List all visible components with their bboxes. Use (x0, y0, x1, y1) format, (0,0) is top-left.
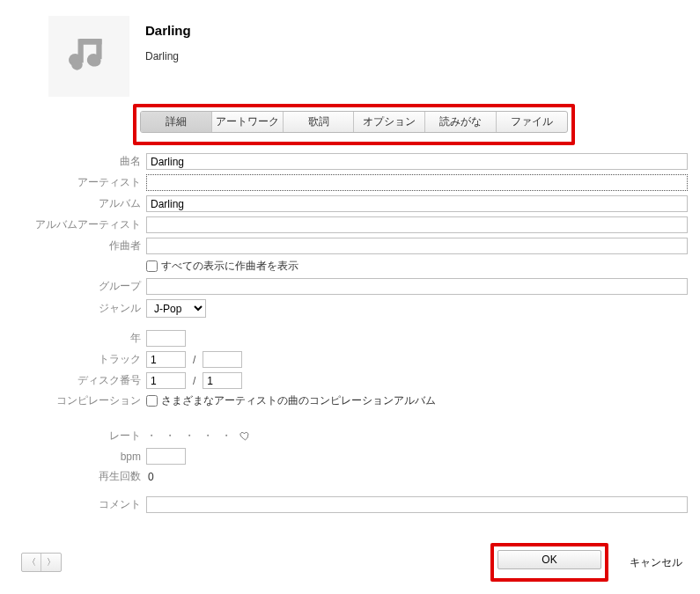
tabs-highlight-box: 詳細 アートワーク 歌詞 オプション 読みがな ファイル (133, 104, 575, 145)
label-compilation: コンピレーション (0, 393, 146, 408)
genre-select[interactable]: J-Pop (146, 299, 206, 318)
rating-dots[interactable]: ・ ・ ・ ・ ・ (146, 429, 234, 444)
label-track: トラック (0, 352, 146, 367)
disc-number-input[interactable] (146, 372, 186, 389)
heart-icon[interactable] (239, 430, 251, 442)
show-composer-label: すべての表示に作曲者を表示 (161, 259, 298, 274)
comment-input[interactable] (146, 496, 688, 513)
artist-input[interactable] (146, 174, 688, 191)
label-album-artist: アルバムアーティスト (0, 217, 146, 232)
label-plays: 再生回数 (0, 469, 146, 484)
compilation-text: さまざまなアーティストの曲のコンピレーションアルバム (161, 393, 436, 408)
tab-sorting[interactable]: 読みがな (425, 112, 497, 132)
label-bpm: bpm (0, 451, 146, 463)
bpm-input[interactable] (146, 448, 186, 465)
group-input[interactable] (146, 278, 688, 295)
prev-button[interactable]: 〈 (22, 554, 41, 571)
svg-rect-4 (80, 39, 102, 44)
label-comment: コメント (0, 497, 146, 512)
tab-lyrics[interactable]: 歌詞 (284, 112, 355, 132)
disc-separator: / (189, 375, 199, 387)
chevron-right-icon: 〉 (47, 556, 55, 568)
ok-highlight-box: OK (490, 543, 608, 582)
label-rate: レート (0, 429, 146, 444)
song-subtitle: Darling (145, 50, 191, 62)
year-input[interactable] (146, 330, 186, 347)
track-number-input[interactable] (146, 351, 186, 368)
label-composer: 作曲者 (0, 238, 146, 253)
tab-options[interactable]: オプション (354, 112, 425, 132)
music-note-icon (67, 33, 111, 80)
label-disc: ディスク番号 (0, 373, 146, 388)
details-form: 曲名 アーティスト アルバム アルバムアーティスト 作曲者 すべての表示に作曲者… (0, 145, 700, 513)
label-song: 曲名 (0, 154, 146, 169)
label-group: グループ (0, 279, 146, 294)
tab-artwork[interactable]: アートワーク (212, 112, 284, 132)
song-input[interactable] (146, 153, 688, 170)
album-artist-input[interactable] (146, 216, 688, 233)
label-year: 年 (0, 331, 146, 346)
song-title: Darling (145, 23, 191, 38)
album-artwork-placeholder (48, 16, 129, 97)
label-album: アルバム (0, 196, 146, 211)
label-artist: アーティスト (0, 175, 146, 190)
compilation-checkbox[interactable] (146, 395, 158, 407)
show-composer-checkbox[interactable] (146, 260, 158, 272)
ok-button[interactable]: OK (497, 550, 601, 569)
composer-input[interactable] (146, 238, 688, 254)
chevron-left-icon: 〈 (27, 556, 36, 568)
tab-file[interactable]: ファイル (497, 112, 567, 132)
label-genre: ジャンル (0, 301, 146, 316)
next-button[interactable]: 〉 (41, 554, 61, 571)
tab-bar: 詳細 アートワーク 歌詞 オプション 読みがな ファイル (140, 111, 568, 133)
play-count-value: 0 (146, 471, 154, 483)
album-input[interactable] (146, 195, 688, 212)
cancel-button[interactable]: キャンセル (630, 555, 682, 570)
tab-details[interactable]: 詳細 (141, 112, 212, 132)
track-total-input[interactable] (203, 351, 242, 368)
nav-arrows: 〈 〉 (21, 553, 62, 572)
track-separator: / (189, 354, 199, 366)
disc-total-input[interactable] (203, 372, 242, 389)
